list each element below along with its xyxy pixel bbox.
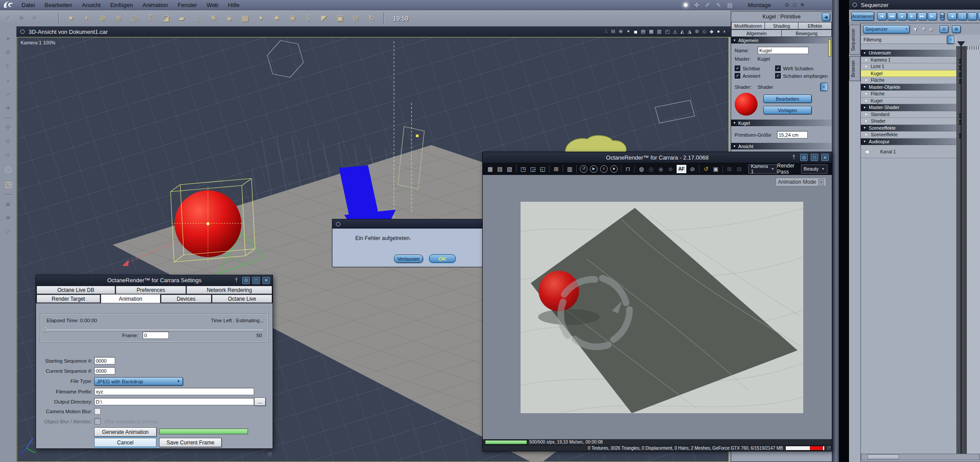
save-render-icon[interactable]: ▦ (485, 166, 495, 172)
menu-item[interactable]: Einfügen (106, 2, 138, 8)
stop-render-icon[interactable]: ■ (610, 165, 618, 173)
sep[interactable] (621, 165, 621, 173)
effects-icon[interactable]: ✦ (626, 29, 630, 35)
export-image-icon[interactable]: ▧ (505, 166, 514, 172)
sequencer-row[interactable]: Licht 1 (861, 63, 980, 70)
particles-tool[interactable]: ❋ (205, 14, 221, 23)
dock-side-tab[interactable]: Browser (849, 56, 860, 81)
pin-icon[interactable]: † (233, 277, 240, 283)
eye-icon[interactable]: ⊙ (800, 154, 808, 161)
rotascope-tool[interactable]: ◎ (126, 14, 142, 23)
textured-sphere-icon[interactable]: ◐ (723, 29, 726, 35)
properties-subtab[interactable]: Bewegung (781, 29, 832, 37)
adjust-tool[interactable]: ✜ (28, 14, 41, 22)
close-icon[interactable]: ✕ (262, 277, 270, 284)
wireframe-cube-icon[interactable]: ◇ (703, 29, 706, 35)
keyframe-track[interactable] (956, 91, 967, 98)
keyframe-track[interactable] (956, 98, 967, 105)
sequencer-row[interactable]: Kanal 1 (861, 145, 980, 158)
solid-cube-icon[interactable]: ◆ (710, 29, 713, 35)
axis-mode-icon[interactable]: ⊚ (695, 29, 699, 35)
prev-key-button[interactable]: ◀ (947, 12, 957, 20)
orbit-camera-tool[interactable]: ✣ (5, 138, 11, 146)
close-icon[interactable]: ✕ (821, 154, 829, 161)
shader-preview-sphere[interactable] (735, 93, 758, 116)
sequencer-row[interactable]: Standard (861, 111, 980, 118)
rewind-button[interactable]: ◀◀ (887, 12, 896, 20)
pan-camera-tool[interactable]: ✥ (5, 124, 11, 131)
sequencer-row[interactable]: Universum (861, 50, 980, 57)
bone-tool[interactable]: ⋔ (110, 14, 126, 23)
fire-tool[interactable]: ♨ (189, 14, 205, 23)
three-pane-icon[interactable]: ▥ (657, 29, 661, 35)
properties-tab[interactable]: Modifikatoren (731, 22, 765, 29)
text-tool[interactable]: T (142, 14, 158, 23)
horizontal-scrollbar[interactable] (861, 454, 980, 460)
generate-animation-button[interactable]: Generate Animation (94, 427, 157, 437)
render-pass-select[interactable]: Beauty ▼ (801, 164, 827, 174)
menu-item[interactable]: Web (202, 2, 223, 8)
timeline-ruler[interactable] (956, 46, 980, 50)
animiert-checkbox[interactable]: ✓ (735, 73, 740, 79)
play-render-icon[interactable]: ▶ (590, 165, 597, 173)
file-type-dropdown[interactable]: JPEG with Backdrop ▼ (94, 377, 183, 386)
keyframe-track[interactable] (956, 118, 967, 125)
go-end-button[interactable]: ▶| (928, 12, 937, 20)
select-tool[interactable]: ➤ (5, 35, 11, 43)
panel-scrollbar[interactable] (828, 39, 831, 57)
wire-globe-third-icon[interactable]: ◮ (688, 29, 691, 35)
two-pane-icon[interactable]: ▤ (641, 29, 645, 35)
shaded-sphere-icon[interactable]: ● (717, 29, 720, 35)
filename-prefix-field[interactable]: xyz (94, 388, 254, 395)
maximize-icon[interactable]: □ (811, 154, 818, 161)
fast-forward-button[interactable]: ▶▶ (918, 12, 927, 20)
push-tool[interactable]: ☞ (41, 14, 55, 22)
fit-timeline-button[interactable]: ⊞ (952, 25, 961, 33)
panel-back-button[interactable]: ◀ (822, 13, 830, 21)
camera-select[interactable]: Kamera 1 ▼ (748, 164, 777, 174)
section-header-ansicht[interactable]: Ansicht (731, 143, 832, 149)
maximize-icon[interactable]: □ (252, 277, 260, 284)
sequencer-row[interactable]: Shader (861, 118, 980, 125)
frame-field[interactable]: 0 (142, 331, 169, 339)
stop-button[interactable]: ■ (897, 12, 907, 20)
display-quality-icon[interactable]: ∴ (605, 29, 608, 35)
sequencer-row[interactable]: Kamera 1 (861, 57, 980, 64)
close-icon[interactable]: ✕ (800, 2, 805, 8)
keyframe-track[interactable] (956, 63, 967, 70)
menu-item[interactable]: Bearbeiten (40, 2, 77, 8)
region-render-icon[interactable]: ⊞ (551, 166, 561, 172)
playhead-marker[interactable] (957, 41, 965, 47)
focus-picker-icon[interactable]: ⊘ (688, 166, 697, 172)
surface-replicator-tool[interactable]: ✦ (253, 14, 269, 23)
undo-icon[interactable]: ↺ (701, 166, 711, 172)
eye-icon[interactable]: ⊙ (242, 277, 250, 284)
plane-tool[interactable]: ◪ (158, 14, 174, 23)
sep[interactable] (699, 165, 699, 173)
hotpoint-tool[interactable]: ⌀ (6, 91, 10, 98)
animate-button[interactable]: Animieren (851, 12, 874, 21)
assemble-room-icon[interactable]: ✱ (683, 2, 688, 8)
current-sequence-field[interactable]: 0000 (94, 367, 115, 375)
section-header-allgemein[interactable]: Allgemein (731, 37, 832, 44)
scrollbar-thumb[interactable] (867, 455, 899, 459)
wire-globe-icon[interactable]: ◬ (673, 29, 677, 35)
sequencer-row[interactable]: Master-Shader (861, 104, 980, 111)
hand-tool[interactable]: ✱ (5, 214, 11, 222)
camera-export-icon[interactable]: ⊞ (725, 166, 734, 172)
settings-tab[interactable]: Render Target (36, 295, 100, 303)
copy-image-icon[interactable]: ◳ (518, 166, 528, 172)
save-settings-icon[interactable]: ▤ (495, 166, 505, 172)
terrain-tool[interactable]: ▰ (174, 14, 189, 23)
primitive-size-field[interactable]: 15,24 cm (777, 131, 808, 138)
single-pane-icon[interactable]: ■ (634, 29, 638, 35)
badge-close-icon[interactable]: x (818, 179, 824, 186)
light-tool[interactable]: ◤ (316, 14, 332, 23)
move-tool[interactable]: ✥ (5, 49, 11, 57)
browse-button[interactable]: ... (254, 397, 266, 406)
plant-tool[interactable]: ❀ (284, 14, 300, 23)
sequencer-row[interactable]: Szeneeffekte (861, 125, 980, 132)
view-mode-dropdown[interactable]: Sequenzer » (863, 25, 910, 33)
eye-icon[interactable]: ⊙ (785, 2, 789, 8)
dock-side-tab[interactable]: Sequenzer (849, 25, 860, 55)
